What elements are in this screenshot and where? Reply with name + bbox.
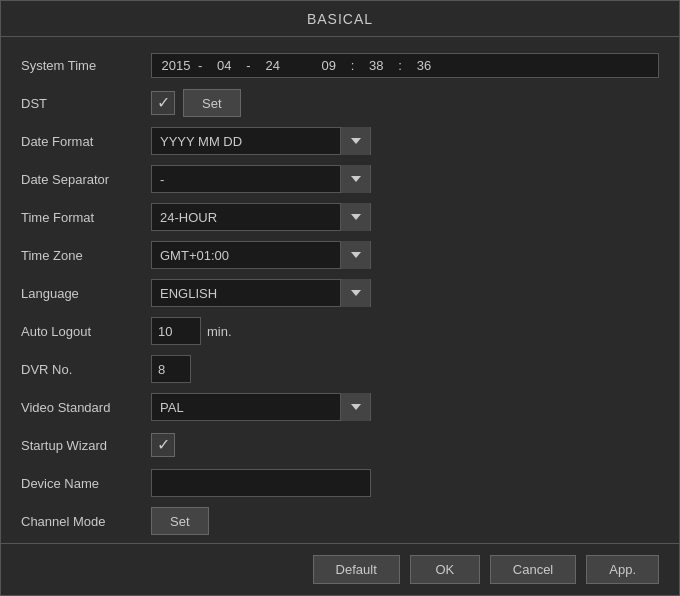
minute-input[interactable] bbox=[358, 58, 394, 73]
chevron-down-icon bbox=[351, 404, 361, 410]
time-sep-5: : bbox=[396, 58, 404, 73]
dvr-no-control bbox=[151, 355, 659, 383]
dst-checkmark: ✓ bbox=[157, 95, 170, 111]
time-format-row: Time Format 24-HOUR bbox=[21, 199, 659, 235]
date-separator-value: - bbox=[152, 172, 340, 187]
default-button[interactable]: Default bbox=[313, 555, 400, 584]
time-zone-value: GMT+01:00 bbox=[152, 248, 340, 263]
chevron-down-icon bbox=[351, 176, 361, 182]
chevron-down-icon bbox=[351, 290, 361, 296]
title-bar: BASICAL bbox=[1, 1, 679, 37]
dst-label: DST bbox=[21, 96, 151, 111]
auto-logout-control: min. bbox=[151, 317, 659, 345]
time-format-control: 24-HOUR bbox=[151, 203, 659, 231]
time-format-value: 24-HOUR bbox=[152, 210, 340, 225]
time-format-arrow[interactable] bbox=[340, 203, 370, 231]
dst-row: DST ✓ Set bbox=[21, 85, 659, 121]
time-zone-dropdown[interactable]: GMT+01:00 bbox=[151, 241, 371, 269]
language-control: ENGLISH bbox=[151, 279, 659, 307]
language-row: Language ENGLISH bbox=[21, 275, 659, 311]
device-name-label: Device Name bbox=[21, 476, 151, 491]
cancel-button[interactable]: Cancel bbox=[490, 555, 576, 584]
language-value: ENGLISH bbox=[152, 286, 340, 301]
language-arrow[interactable] bbox=[340, 279, 370, 307]
dst-set-button[interactable]: Set bbox=[183, 89, 241, 117]
footer: Default OK Cancel App. bbox=[1, 543, 679, 595]
chevron-down-icon bbox=[351, 138, 361, 144]
ok-button[interactable]: OK bbox=[410, 555, 480, 584]
language-label: Language bbox=[21, 286, 151, 301]
dst-row-inner: ✓ Set bbox=[151, 89, 659, 117]
date-separator-dropdown[interactable]: - bbox=[151, 165, 371, 193]
time-zone-row: Time Zone GMT+01:00 bbox=[21, 237, 659, 273]
day-input[interactable] bbox=[255, 58, 291, 73]
time-sep-1: - bbox=[196, 58, 204, 73]
auto-logout-label: Auto Logout bbox=[21, 324, 151, 339]
device-name-control bbox=[151, 469, 659, 497]
system-time-label: System Time bbox=[21, 58, 151, 73]
time-format-dropdown[interactable]: 24-HOUR bbox=[151, 203, 371, 231]
channel-mode-control: Set bbox=[151, 507, 659, 535]
date-separator-row: Date Separator - bbox=[21, 161, 659, 197]
chevron-down-icon bbox=[351, 252, 361, 258]
startup-wizard-label: Startup Wizard bbox=[21, 438, 151, 453]
time-inputs-container: - - : : bbox=[151, 53, 659, 78]
video-standard-value: PAL bbox=[152, 400, 340, 415]
channel-mode-label: Channel Mode bbox=[21, 514, 151, 529]
time-format-label: Time Format bbox=[21, 210, 151, 225]
video-standard-dropdown[interactable]: PAL bbox=[151, 393, 371, 421]
auto-logout-input[interactable] bbox=[151, 317, 201, 345]
video-standard-row: Video Standard PAL bbox=[21, 389, 659, 425]
year-input[interactable] bbox=[158, 58, 194, 73]
device-name-row: Device Name bbox=[21, 465, 659, 501]
startup-wizard-checkbox[interactable]: ✓ bbox=[151, 433, 175, 457]
date-format-dropdown[interactable]: YYYY MM DD bbox=[151, 127, 371, 155]
hour-input[interactable] bbox=[311, 58, 347, 73]
time-sep-4: : bbox=[349, 58, 357, 73]
system-time-control: - - : : bbox=[151, 53, 659, 78]
startup-wizard-row: Startup Wizard ✓ bbox=[21, 427, 659, 463]
device-name-input[interactable] bbox=[151, 469, 371, 497]
time-zone-arrow[interactable] bbox=[340, 241, 370, 269]
startup-wizard-control: ✓ bbox=[151, 433, 659, 457]
date-format-row: Date Format YYYY MM DD bbox=[21, 123, 659, 159]
time-zone-label: Time Zone bbox=[21, 248, 151, 263]
language-dropdown[interactable]: ENGLISH bbox=[151, 279, 371, 307]
page-title: BASICAL bbox=[307, 11, 373, 27]
month-input[interactable] bbox=[206, 58, 242, 73]
video-standard-arrow[interactable] bbox=[340, 393, 370, 421]
date-format-value: YYYY MM DD bbox=[152, 134, 340, 149]
time-zone-control: GMT+01:00 bbox=[151, 241, 659, 269]
system-time-row: System Time - - : : bbox=[21, 47, 659, 83]
dvr-no-row: DVR No. bbox=[21, 351, 659, 387]
main-window: BASICAL System Time - - : : bbox=[0, 0, 680, 596]
auto-logout-row: Auto Logout min. bbox=[21, 313, 659, 349]
chevron-down-icon bbox=[351, 214, 361, 220]
video-standard-control: PAL bbox=[151, 393, 659, 421]
auto-logout-suffix: min. bbox=[207, 324, 232, 339]
video-standard-label: Video Standard bbox=[21, 400, 151, 415]
dvr-no-input[interactable] bbox=[151, 355, 191, 383]
time-sep-2: - bbox=[244, 58, 252, 73]
content-area: System Time - - : : DST bbox=[1, 37, 679, 543]
channel-mode-row: Channel Mode Set bbox=[21, 503, 659, 539]
channel-mode-set-button[interactable]: Set bbox=[151, 507, 209, 535]
date-separator-control: - bbox=[151, 165, 659, 193]
date-format-arrow[interactable] bbox=[340, 127, 370, 155]
dst-checkbox[interactable]: ✓ bbox=[151, 91, 175, 115]
date-separator-label: Date Separator bbox=[21, 172, 151, 187]
date-separator-arrow[interactable] bbox=[340, 165, 370, 193]
date-format-control: YYYY MM DD bbox=[151, 127, 659, 155]
dvr-no-label: DVR No. bbox=[21, 362, 151, 377]
second-input[interactable] bbox=[406, 58, 442, 73]
date-format-label: Date Format bbox=[21, 134, 151, 149]
startup-wizard-checkmark: ✓ bbox=[157, 437, 170, 453]
app-button[interactable]: App. bbox=[586, 555, 659, 584]
dst-control: ✓ Set bbox=[151, 89, 659, 117]
